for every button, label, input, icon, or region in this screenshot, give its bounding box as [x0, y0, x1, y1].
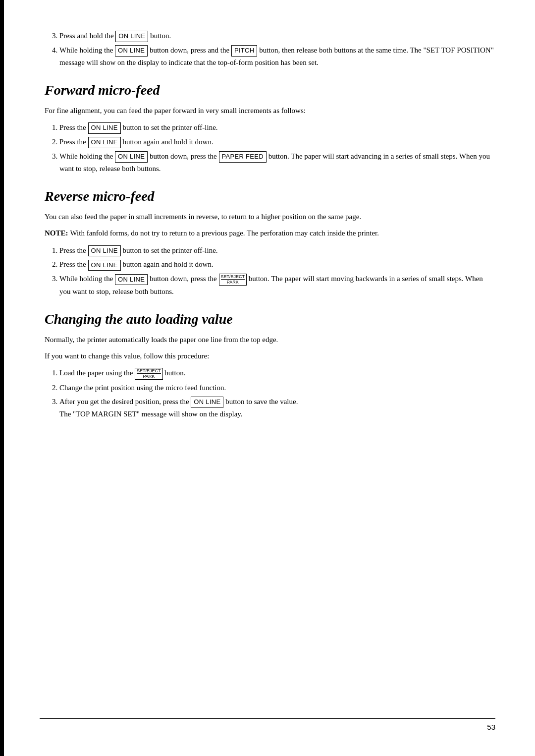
note-text: With fanfold forms, do not try to return…	[70, 228, 379, 239]
autoload-intro2: If you want to change this value, follow…	[45, 350, 495, 362]
auto-step1-before: Load the paper using the	[59, 369, 135, 377]
rev-step2-before: Press the	[59, 260, 88, 268]
forward-step-3: While holding the ON LINE button down, p…	[59, 150, 495, 174]
auto-step2-text: Change the print position using the micr…	[59, 384, 226, 392]
auto-step3-before: After you get the desired position, pres…	[59, 398, 191, 406]
rev-step3-mid: button down, press the	[148, 275, 218, 283]
auto-step3-online-btn: ON LINE	[191, 397, 223, 408]
rev-step2-after: button again and hold it down.	[121, 260, 214, 268]
footer: 53	[40, 718, 495, 731]
step3-text-before: Press and hold the	[59, 32, 114, 40]
fwd-step3-online-btn: ON LINE	[115, 151, 148, 163]
page: Press and hold the ON LINE button. While…	[0, 0, 535, 756]
auto-step1-after: button.	[163, 369, 186, 377]
rev-step1-online-btn: ON LINE	[88, 245, 121, 257]
fwd-step1-after: button to set the printer off-line.	[121, 123, 218, 131]
intro-step-4: While holding the ON LINE button down, p…	[59, 44, 495, 68]
autoload-intro1: Normally, the printer automatically load…	[45, 334, 495, 346]
auto-step1-seteject-btn: SET/EJECTPARK	[135, 368, 163, 380]
autoload-step-2: Change the print position using the micr…	[59, 382, 495, 394]
autoload-step-3: After you get the desired position, pres…	[59, 396, 495, 420]
rev-step1-before: Press the	[59, 246, 88, 254]
page-number: 53	[487, 723, 495, 731]
fwd-step3-before: While holding the	[59, 152, 115, 160]
fwd-step1-online-btn: ON LINE	[88, 122, 121, 134]
left-margin-bar	[0, 0, 4, 756]
fwd-step2-after: button again and hold it down.	[121, 138, 214, 146]
forward-intro: For fine alignment, you can feed the pap…	[45, 105, 495, 116]
rev-step3-online-btn: ON LINE	[115, 274, 148, 286]
reverse-intro: You can also feed the paper in small inc…	[45, 211, 495, 223]
reverse-step-2: Press the ON LINE button again and hold …	[59, 258, 495, 271]
autoload-section-heading: Changing the auto loading value	[45, 311, 495, 327]
rev-step3-before: While holding the	[59, 275, 115, 283]
rev-step1-after: button to set the printer off-line.	[121, 246, 218, 254]
step4-online-button: ON LINE	[115, 45, 148, 57]
reverse-section-heading: Reverse micro-feed	[45, 188, 495, 204]
fwd-step2-before: Press the	[59, 138, 88, 146]
reverse-step-1: Press the ON LINE button to set the prin…	[59, 244, 495, 257]
autoload-step-1: Load the paper using the SET/EJECTPARK b…	[59, 367, 495, 379]
forward-steps-list: Press the ON LINE button to set the prin…	[59, 121, 495, 174]
fwd-step3-paperfeed-btn: PAPER FEED	[219, 151, 267, 163]
note-label: NOTE:	[45, 228, 68, 239]
step4-pitch-button: PITCH	[231, 45, 258, 57]
forward-section-heading: Forward micro-feed	[45, 82, 495, 98]
fwd-step1-before: Press the	[59, 123, 88, 131]
autoload-steps-list: Load the paper using the SET/EJECTPARK b…	[59, 367, 495, 419]
step4-text-before: While holding the	[59, 46, 115, 54]
fwd-step3-mid: button down, press the	[148, 152, 218, 160]
intro-step-3: Press and hold the ON LINE button.	[59, 30, 495, 42]
reverse-steps-list: Press the ON LINE button to set the prin…	[59, 244, 495, 297]
forward-step-1: Press the ON LINE button to set the prin…	[59, 121, 495, 134]
reverse-note: NOTE: With fanfold forms, do not try to …	[45, 228, 495, 239]
forward-step-2: Press the ON LINE button again and hold …	[59, 136, 495, 148]
step3-online-button: ON LINE	[115, 31, 148, 42]
fwd-step2-online-btn: ON LINE	[88, 137, 121, 148]
step4-text-mid1: button down, press and the	[148, 46, 231, 54]
rev-step2-online-btn: ON LINE	[88, 260, 121, 271]
reverse-step-3: While holding the ON LINE button down, p…	[59, 273, 495, 297]
step3-text-after: button.	[150, 32, 171, 40]
intro-steps-list: Press and hold the ON LINE button. While…	[59, 30, 495, 68]
rev-step3-seteject-btn: SET/EJECTPARK	[219, 274, 247, 286]
